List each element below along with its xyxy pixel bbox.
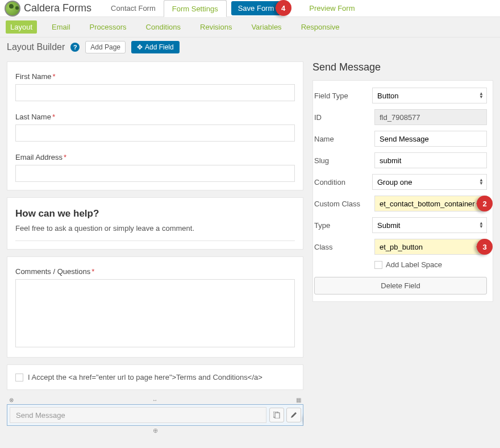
add-field-button[interactable]: ✥Add Field — [131, 41, 180, 53]
brand-name: Caldera Forms — [24, 2, 91, 14]
field-email: Email Address* — [15, 153, 295, 182]
field-last-name: Last Name* — [15, 113, 295, 142]
delete-field-button[interactable]: Delete Field — [314, 277, 487, 294]
send-message-placeholder: Send Message — [10, 407, 266, 423]
first-name-label: First Name* — [15, 72, 295, 81]
subnav: Layout Email Processors Conditions Revis… — [0, 17, 500, 38]
subnav-conditions[interactable]: Conditions — [141, 20, 185, 34]
email-input[interactable] — [15, 165, 295, 182]
tab-contact-form[interactable]: Contact Form — [103, 0, 164, 17]
layout-builder-title: Layout Builder — [7, 42, 65, 52]
select-condition[interactable]: ▲▼ — [372, 174, 487, 190]
add-label-space-text: Add Label Space — [386, 260, 442, 269]
annotation-2: 2 — [477, 196, 493, 211]
email-label: Email Address* — [15, 153, 295, 161]
panel-accept: I Accept the <a href="enter url to page … — [7, 364, 303, 390]
layout-builder-bar: Layout Builder ? Add Page ✥Add Field — [0, 38, 500, 57]
add-page-button[interactable]: Add Page — [85, 41, 126, 53]
caldera-logo-icon — [5, 1, 20, 16]
annotation-4: 4 — [276, 0, 291, 16]
subnav-variables[interactable]: Variables — [247, 20, 286, 34]
input-id — [374, 109, 487, 125]
divider — [15, 240, 295, 241]
accept-checkbox[interactable] — [15, 374, 23, 381]
edit-field-button[interactable] — [286, 408, 301, 422]
add-label-space-checkbox[interactable] — [374, 261, 382, 269]
label-custom-class: Custom Class — [313, 200, 374, 208]
input-class[interactable] — [374, 239, 487, 255]
tab-form-settings[interactable]: Form Settings — [164, 0, 227, 17]
select-field-type[interactable]: ▲▼ — [372, 88, 487, 103]
last-name-label: Last Name* — [15, 113, 295, 121]
subnav-processors[interactable]: Processors — [85, 20, 131, 34]
field-first-name: First Name* — [15, 72, 295, 101]
panel-name-fields: First Name* Last Name* Email Address* — [7, 61, 303, 190]
help-icon[interactable]: ? — [70, 43, 80, 52]
label-field-type: Field Type — [313, 92, 372, 100]
field-settings-panel: Send Message Field Type ▲▼ ID Name Slug — [312, 61, 493, 448]
label-type: Type — [313, 221, 372, 230]
annotation-3: 3 — [477, 239, 493, 255]
accept-text: I Accept the <a href="enter url to page … — [28, 373, 262, 381]
svg-rect-1 — [275, 413, 280, 418]
first-name-input[interactable] — [15, 84, 295, 101]
move-icon: ✥ — [137, 43, 143, 51]
subnav-revisions[interactable]: Revisions — [195, 20, 236, 34]
row-handles-top: ⊗ ↔ ▦ — [7, 397, 303, 404]
settings-title: Send Message — [312, 61, 493, 73]
subnav-responsive[interactable]: Responsive — [297, 20, 344, 34]
select-type[interactable]: ▲▼ — [372, 217, 487, 233]
add-row-below[interactable]: ⊕ — [7, 426, 303, 434]
duplicate-field-button[interactable] — [269, 408, 284, 422]
label-class: Class — [313, 243, 374, 251]
input-custom-class[interactable] — [374, 196, 487, 211]
label-slug: Slug — [313, 156, 374, 165]
remove-row-icon[interactable]: ⊗ — [9, 397, 14, 403]
grip-icon[interactable]: ▦ — [296, 397, 301, 403]
subnav-layout[interactable]: Layout — [6, 20, 37, 34]
send-message-row: ⊗ ↔ ▦ Send Message ⊕ 1 — [7, 397, 303, 434]
panel-comments: Comments / Questions* — [7, 256, 303, 358]
brand-logo: Caldera Forms — [5, 1, 91, 16]
preview-form-link[interactable]: Preview Form — [301, 0, 363, 17]
how-help-desc: Feel free to ask a question or simply le… — [15, 224, 295, 233]
how-help-title: How can we help? — [15, 208, 295, 219]
comments-textarea[interactable] — [15, 279, 295, 347]
add-field-label: Add Field — [145, 43, 174, 51]
label-id: ID — [313, 113, 374, 122]
send-message-field[interactable]: Send Message — [7, 404, 303, 426]
top-header: Caldera Forms Contact Form Form Settings… — [0, 0, 500, 17]
panel-how-help: How can we help? Feel free to ask a ques… — [7, 197, 303, 250]
label-name: Name — [313, 135, 374, 143]
last-name-input[interactable] — [15, 125, 295, 142]
comments-label: Comments / Questions* — [15, 267, 295, 276]
drag-horizontal-icon[interactable]: ↔ — [152, 397, 158, 403]
input-slug[interactable] — [374, 152, 487, 168]
label-condition: Condition — [313, 178, 372, 186]
add-label-space-row[interactable]: Add Label Space — [374, 260, 487, 269]
accept-checkbox-row[interactable]: I Accept the <a href="enter url to page … — [15, 373, 295, 381]
layout-canvas: First Name* Last Name* Email Address* Ho… — [7, 61, 303, 448]
input-name[interactable] — [374, 131, 487, 147]
subnav-email[interactable]: Email — [47, 20, 75, 34]
